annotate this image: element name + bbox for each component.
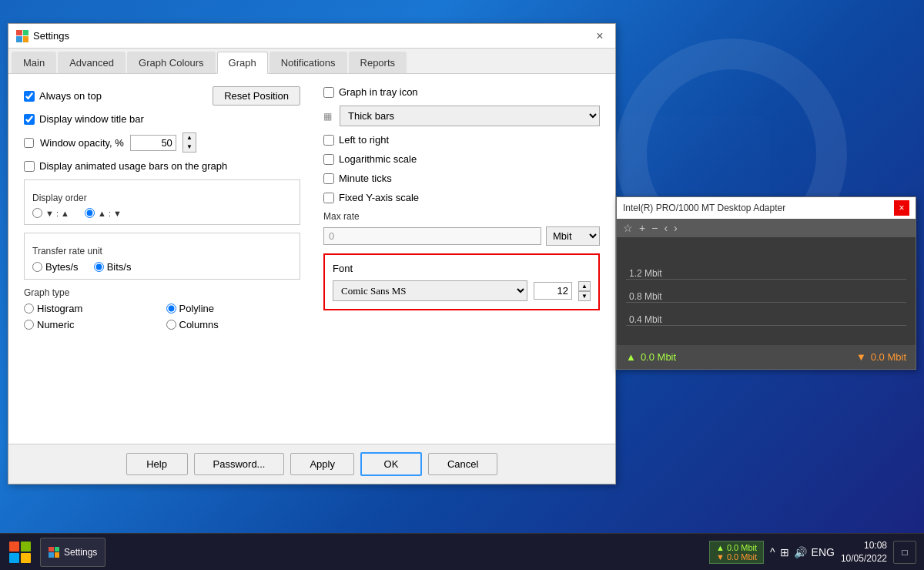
graph-label-12: 1.2 Mbit: [626, 268, 665, 279]
intel-title: Intel(R) PRO/1000 MT Desktop Adapter: [623, 203, 785, 213]
display-order-label: Display order: [32, 193, 292, 203]
graph-tray-checkbox[interactable]: [323, 87, 334, 98]
content-grid: Always on top Reset Position Display win…: [24, 86, 600, 330]
bytes-option: Bytes/s: [32, 261, 79, 273]
order-symbol-1: ▼ : ▲: [45, 209, 69, 218]
caret-icon[interactable]: ^: [770, 546, 775, 558]
content-area: Always on top Reset Position Display win…: [8, 74, 615, 444]
notification-button[interactable]: □: [893, 541, 916, 564]
taskbar-network-widget: ▲ 0.0 Mbit ▼ 0.0 Mbit: [709, 541, 764, 564]
thick-bars-select[interactable]: Thick bars: [340, 106, 600, 126]
polyline-radio[interactable]: [166, 303, 176, 314]
tab-notifications[interactable]: Notifications: [270, 52, 347, 73]
columns-radio[interactable]: [166, 320, 176, 330]
sound-icon[interactable]: 🔊: [794, 546, 807, 558]
font-size-down-btn[interactable]: ▼: [578, 291, 591, 301]
thick-bars-row: ▦ Thick bars: [323, 106, 600, 126]
fixed-y-axis-checkbox[interactable]: [323, 193, 334, 203]
opacity-input[interactable]: [130, 135, 176, 151]
reset-position-button[interactable]: Reset Position: [213, 86, 300, 106]
histogram-label: Histogram: [37, 303, 82, 314]
max-rate-label: Max rate: [323, 211, 600, 222]
taskbar-clock[interactable]: 10:08 10/05/2022: [841, 539, 887, 565]
font-size-up-btn[interactable]: ▲: [578, 281, 591, 291]
font-family-select[interactable]: Comic Sans MS Arial Segoe UI Tahoma Verd…: [333, 280, 527, 301]
taskbar-system-icons: ^ ⊞ 🔊 ENG: [770, 546, 835, 558]
window-opacity-checkbox[interactable]: [24, 138, 34, 148]
bytes-label: Bytes/s: [45, 261, 79, 273]
display-order-section: Display order ▼ : ▲ ▲ : ▼: [24, 179, 300, 225]
graph-type-section: Graph type Histogram Polyline: [24, 287, 300, 330]
network-icon[interactable]: ⊞: [780, 546, 789, 558]
notification-icon: □: [902, 547, 907, 558]
left-to-right-label: Left to right: [339, 134, 389, 146]
bytes-radio[interactable]: [32, 262, 42, 272]
opacity-up-btn[interactable]: ▲: [183, 133, 196, 142]
close-button[interactable]: ×: [592, 28, 608, 44]
transfer-rate-options: Bytes/s Bits/s: [32, 261, 292, 273]
numeric-radio[interactable]: [24, 320, 34, 330]
display-title-bar-checkbox[interactable]: [24, 114, 35, 125]
left-to-right-row: Left to right: [323, 134, 600, 146]
cancel-button[interactable]: Cancel: [428, 453, 497, 475]
tab-graph-colours[interactable]: Graph Colours: [127, 52, 216, 73]
clock-time: 10:08: [841, 539, 887, 552]
tab-main[interactable]: Main: [12, 52, 56, 73]
logarithmic-checkbox[interactable]: [323, 154, 334, 165]
upload-arrow: ▲: [626, 351, 636, 363]
numeric-label: Numeric: [37, 319, 74, 330]
toolbar-forward-btn[interactable]: ›: [674, 222, 678, 234]
ok-button[interactable]: OK: [360, 452, 422, 476]
password-button[interactable]: Password...: [194, 453, 285, 475]
animated-usage-checkbox[interactable]: [24, 161, 35, 172]
animated-usage-label: Display animated usage bars on the graph: [39, 160, 227, 172]
opacity-down-btn[interactable]: ▼: [183, 142, 196, 152]
left-to-right-checkbox[interactable]: [323, 135, 334, 146]
always-on-top-checkbox[interactable]: [24, 91, 35, 102]
graph-tray-label: Graph in tray icon: [339, 86, 418, 98]
font-label: Font: [333, 263, 591, 274]
display-order-options: ▼ : ▲ ▲ : ▼: [32, 208, 292, 218]
font-section: Font Comic Sans MS Arial Segoe UI Tahoma…: [323, 253, 600, 310]
bits-label: Bits/s: [107, 261, 132, 273]
apply-button[interactable]: Apply: [290, 453, 354, 475]
desktop: Settings × Main Advanced Graph Colours G…: [0, 0, 924, 570]
transfer-rate-section: Transfer rate unit Bytes/s Bits/s: [24, 233, 300, 280]
graph-type-label: Graph type: [24, 287, 300, 298]
download-arrow: ▼: [856, 351, 866, 363]
intel-titlebar: Intel(R) PRO/1000 MT Desktop Adapter ×: [617, 197, 916, 219]
language-indicator[interactable]: ENG: [812, 546, 835, 558]
fixed-y-axis-label: Fixed Y-axis scale: [339, 192, 419, 203]
window-opacity-row: Window opacity, % ▲ ▼: [24, 132, 300, 153]
always-on-top-row: Always on top: [24, 90, 102, 102]
histogram-radio[interactable]: [24, 303, 34, 314]
tab-graph[interactable]: Graph: [217, 52, 268, 74]
minute-ticks-checkbox[interactable]: [323, 173, 334, 184]
max-rate-section: Max rate Mbit Kbit Gbit: [323, 211, 600, 246]
max-rate-input[interactable]: [323, 227, 541, 245]
order-radio-1[interactable]: [32, 208, 42, 218]
window-title-left: Settings: [16, 30, 69, 42]
font-size-spinner[interactable]: ▲ ▼: [578, 281, 591, 301]
font-size-input[interactable]: [534, 282, 572, 300]
minute-ticks-label: Minute ticks: [339, 173, 392, 184]
taskbar-app-settings[interactable]: Settings: [40, 538, 105, 567]
toolbar-star-btn[interactable]: ☆: [623, 222, 633, 234]
logarithmic-label: Logarithmic scale: [339, 153, 417, 165]
font-row: Comic Sans MS Arial Segoe UI Tahoma Verd…: [333, 280, 591, 301]
start-button[interactable]: [3, 535, 37, 569]
toolbar-plus-btn[interactable]: +: [639, 222, 645, 234]
opacity-spinner[interactable]: ▲ ▼: [182, 132, 196, 153]
help-button[interactable]: Help: [126, 453, 188, 475]
order-radio-2[interactable]: [85, 208, 95, 218]
bits-radio[interactable]: [94, 262, 104, 272]
toolbar-minus-btn[interactable]: −: [651, 222, 658, 234]
tab-reports[interactable]: Reports: [349, 52, 407, 73]
tab-advanced[interactable]: Advanced: [58, 52, 126, 73]
intel-close-btn[interactable]: ×: [894, 200, 909, 216]
clock-date: 10/05/2022: [841, 552, 887, 565]
max-rate-unit-select[interactable]: Mbit Kbit Gbit: [546, 226, 600, 246]
always-on-top-label: Always on top: [39, 90, 102, 102]
animated-usage-row: Display animated usage bars on the graph: [24, 160, 300, 172]
toolbar-back-btn[interactable]: ‹: [664, 222, 668, 234]
